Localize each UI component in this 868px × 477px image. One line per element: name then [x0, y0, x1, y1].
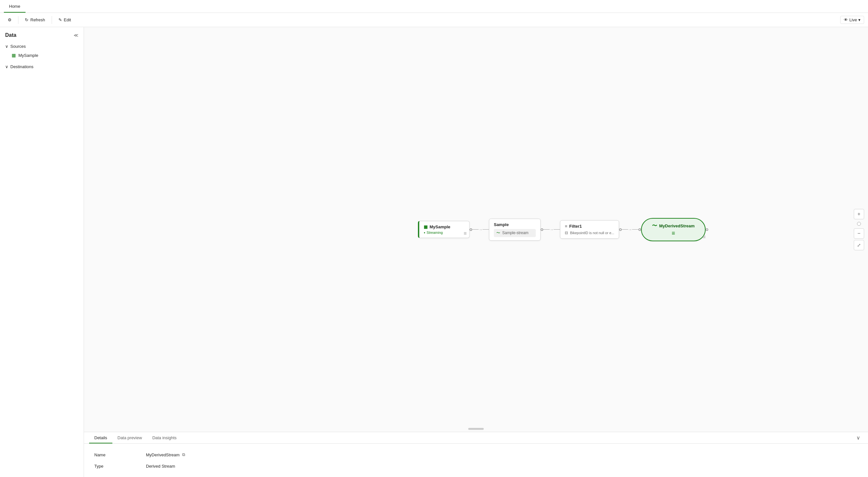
- stream-content: 〜 Sample-stream: [494, 229, 536, 237]
- stream-title: Sample: [494, 222, 536, 227]
- zoom-controls: + − ⤢: [854, 209, 864, 250]
- live-chevron-icon: ▾: [858, 18, 861, 22]
- fit-button[interactable]: ⤢: [854, 240, 864, 250]
- connector-dot-end: [706, 228, 708, 231]
- source-node-footer: ≡: [464, 231, 467, 236]
- streaming-dot-icon: ●: [424, 231, 425, 234]
- toolbar-right: 👁 Live ▾: [840, 16, 864, 24]
- refresh-icon: ↻: [25, 18, 28, 22]
- connector-dot-3b: [639, 228, 641, 231]
- panel-collapse-button[interactable]: ∨: [854, 432, 863, 443]
- filter-icon: ≡: [565, 224, 567, 229]
- tab-data-insights[interactable]: Data insights: [147, 432, 182, 443]
- connector-dot-1: [469, 228, 472, 231]
- settings-icon: ⚙: [8, 18, 11, 22]
- derived-node[interactable]: 〜 MyDerivedStream ≡: [641, 218, 706, 241]
- source-status: Streaming: [427, 231, 443, 235]
- eye-icon: 👁: [844, 18, 848, 22]
- source-name: MySample: [430, 225, 450, 229]
- sidebar-title: Data: [5, 32, 17, 38]
- fit-icon: ⤢: [857, 242, 861, 248]
- stream-node[interactable]: Sample 〜 Sample-stream: [489, 219, 540, 241]
- filter-node[interactable]: ≡ Filter1 ⊟ BikepointID is not null or e…: [560, 220, 619, 239]
- connector-2: →: [540, 227, 560, 232]
- bottom-content: Name MyDerivedStream ⧉ Type Derived Stre…: [84, 444, 868, 477]
- flow-container: ▦ MySample ● Streaming ≡ →: [418, 218, 708, 241]
- source-node[interactable]: ▦ MySample ● Streaming ≡: [418, 221, 469, 238]
- source-node-title: ▦ MySample: [424, 225, 465, 229]
- connector-line-1: [472, 229, 478, 230]
- connector-dot-3: [619, 228, 622, 231]
- name-value: MyDerivedStream ⧉: [146, 452, 185, 457]
- zoom-out-icon: −: [857, 231, 860, 236]
- edit-button[interactable]: ✎ Edit: [55, 16, 75, 24]
- derived-name: MyDerivedStream: [659, 223, 694, 228]
- tab-data-preview[interactable]: Data preview: [113, 432, 147, 443]
- connector-3: →: [619, 227, 641, 232]
- derived-footer: ≡: [672, 230, 675, 237]
- filter-eq-icon: ⊟: [565, 231, 568, 235]
- edit-label: Edit: [64, 18, 71, 22]
- toolbar-separator: [18, 16, 19, 24]
- tab-home[interactable]: Home: [4, 0, 26, 12]
- settings-button[interactable]: ⚙: [4, 16, 16, 24]
- sidebar: Data ≪ ∨ Sources ▦ MySample ∨ Destinatio…: [0, 27, 84, 477]
- tab-home-label: Home: [9, 4, 20, 9]
- connector-line-3: [622, 229, 628, 230]
- name-label: Name: [94, 452, 146, 457]
- sidebar-section-sources: ∨ Sources ▦ MySample: [0, 41, 84, 61]
- connector-1: →: [469, 227, 489, 232]
- zoom-out-button[interactable]: −: [854, 228, 864, 239]
- filter-content: ⊟ BikepointID is not null or e...: [565, 231, 614, 235]
- live-button[interactable]: 👁 Live ▾: [840, 16, 864, 24]
- edit-icon: ✎: [58, 18, 62, 22]
- sidebar-section-destinations: ∨ Destinations: [0, 61, 84, 72]
- destinations-chevron-icon: ∨: [5, 64, 8, 69]
- zoom-indicator: [857, 222, 861, 226]
- sidebar-collapse-button[interactable]: ≪: [73, 33, 79, 38]
- data-preview-tab-label: Data preview: [118, 435, 142, 440]
- stream-subtitle: Sample-stream: [502, 231, 528, 235]
- filter-name: Filter1: [569, 224, 582, 229]
- arrow-icon-1: →: [478, 227, 483, 232]
- panel-resize-handle[interactable]: [468, 428, 484, 430]
- stream-icon: 〜: [496, 230, 500, 236]
- canvas-area: ▦ MySample ● Streaming ≡ →: [84, 27, 868, 477]
- connector-dot-2: [540, 228, 543, 231]
- bottom-panel: Details Data preview Data insights ∨ Nam…: [84, 432, 868, 477]
- connector-line-3b: [632, 229, 639, 230]
- copy-icon[interactable]: ⧉: [182, 452, 185, 457]
- details-tab-label: Details: [94, 435, 107, 440]
- live-label: Live: [849, 18, 857, 22]
- canvas[interactable]: ▦ MySample ● Streaming ≡ →: [84, 27, 868, 432]
- zoom-in-button[interactable]: +: [854, 209, 864, 219]
- type-label: Type: [94, 464, 146, 469]
- sidebar-item-mysample[interactable]: ▦ MySample: [0, 51, 84, 60]
- arrow-icon-3: →: [628, 227, 632, 232]
- arrow-icon-2: →: [550, 227, 554, 232]
- sidebar-destinations-header[interactable]: ∨ Destinations: [0, 62, 84, 71]
- destinations-label: Destinations: [10, 64, 34, 69]
- zoom-in-icon: +: [857, 211, 860, 217]
- filter-node-footer: ≡: [703, 234, 706, 240]
- connector-line-1b: [483, 229, 489, 230]
- connector-line-2: [543, 229, 550, 230]
- filter-title: ≡ Filter1: [565, 224, 614, 229]
- tab-bar: Home: [0, 0, 868, 13]
- tab-details[interactable]: Details: [89, 432, 113, 443]
- source-table-icon: ▦: [424, 225, 428, 229]
- type-value-text: Derived Stream: [146, 464, 175, 469]
- data-insights-tab-label: Data insights: [152, 435, 177, 440]
- table-icon: ▦: [11, 53, 16, 58]
- connector-end: [706, 228, 708, 231]
- sources-label: Sources: [10, 44, 26, 49]
- derived-title: 〜 MyDerivedStream: [652, 222, 694, 229]
- refresh-button[interactable]: ↻ Refresh: [21, 16, 49, 24]
- sources-chevron-icon: ∨: [5, 44, 8, 49]
- mysample-label: MySample: [19, 53, 38, 58]
- sidebar-sources-header[interactable]: ∨ Sources: [0, 42, 84, 51]
- source-node-subtitle: ● Streaming: [424, 231, 465, 235]
- main-layout: Data ≪ ∨ Sources ▦ MySample ∨ Destinatio…: [0, 27, 868, 477]
- toolbar-separator-2: [52, 16, 52, 24]
- sidebar-header: Data ≪: [0, 27, 84, 41]
